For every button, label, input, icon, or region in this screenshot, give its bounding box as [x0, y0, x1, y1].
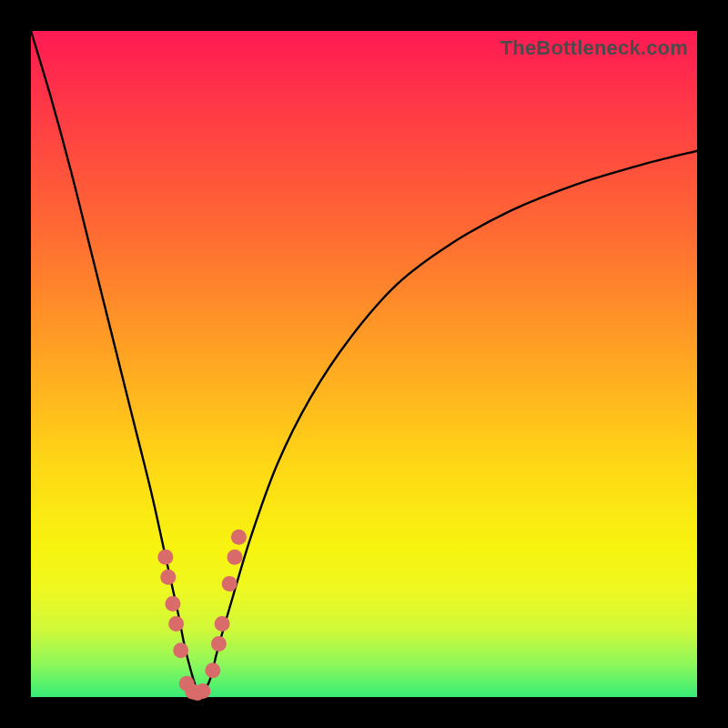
plot-area: TheBottleneck.com	[31, 31, 697, 697]
curve-marker	[222, 576, 238, 592]
bottleneck-curve-svg	[31, 31, 697, 697]
curve-marker	[231, 530, 247, 545]
curve-marker	[173, 642, 188, 658]
curve-marker	[227, 550, 242, 565]
curve-marker	[165, 596, 180, 612]
curve-marker	[160, 570, 176, 585]
marker-group	[157, 530, 247, 701]
curve-marker	[215, 616, 230, 632]
curve-marker	[211, 636, 227, 652]
curve-marker	[205, 662, 220, 678]
curve-marker	[195, 683, 210, 699]
chart-frame: TheBottleneck.com	[0, 0, 728, 728]
curve-marker	[157, 550, 173, 565]
curve-marker	[168, 616, 184, 632]
bottleneck-curve-path	[31, 31, 697, 693]
